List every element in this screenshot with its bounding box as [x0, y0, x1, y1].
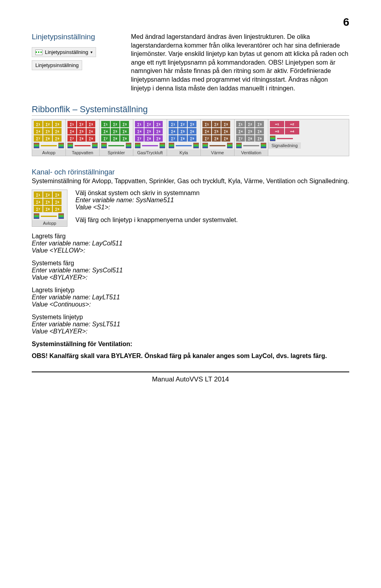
system-slot[interactable]: ∑7 — [101, 135, 110, 142]
system-slot[interactable]: ∑6 — [154, 128, 163, 134]
system-slot[interactable]: ∑7 — [67, 135, 76, 142]
system-slot[interactable]: ∑7 — [135, 135, 144, 142]
system-slot[interactable]: ∞4 — [285, 128, 299, 134]
palette-icon[interactable] — [236, 143, 242, 148]
system-slot[interactable]: ∑5 — [178, 128, 187, 134]
system-slot[interactable]: ∑6 — [53, 199, 62, 205]
system-slot[interactable]: ∞1 — [270, 121, 284, 127]
system-slot[interactable]: ∑1 — [135, 121, 144, 127]
system-slot[interactable]: ∑4 — [236, 128, 245, 134]
system-slot[interactable]: ∑3 — [120, 121, 129, 127]
system-slot[interactable]: ∑9 — [154, 135, 163, 142]
system-slot[interactable]: ∑8 — [43, 206, 52, 212]
system-slot[interactable]: ∑3 — [53, 121, 62, 127]
line-bar-icon[interactable] — [41, 216, 57, 217]
system-slot[interactable]: ∑3 — [154, 121, 163, 127]
line-bar-icon[interactable] — [277, 138, 293, 139]
linetype-button[interactable]: Linjetypsinställning ▾ — [32, 47, 96, 57]
system-slot[interactable]: ∑1 — [236, 121, 245, 127]
system-slot[interactable]: ∑5 — [212, 128, 221, 134]
palette-icon[interactable] — [126, 143, 131, 148]
ribbon-panel-ventilation[interactable]: ∑1∑2∑3∑4∑5∑6∑7∑8∑9Ventilation — [235, 119, 268, 156]
system-slot[interactable]: ∑1 — [169, 121, 177, 127]
ribbon-panel-avlopp[interactable]: ∑1∑2∑3∑4∑5∑6∑7∑8∑9Avlopp — [32, 119, 66, 156]
system-slot[interactable]: ∑4 — [101, 128, 110, 134]
ribbon-panel-sprinkler[interactable]: ∑1∑2∑3∑4∑5∑6∑7∑8∑9Sprinkler — [100, 119, 133, 156]
system-slot[interactable]: ∑6 — [87, 128, 95, 134]
system-slot[interactable]: ∑9 — [53, 206, 62, 212]
system-slot[interactable]: ∑5 — [111, 128, 119, 134]
palette-icon[interactable] — [58, 143, 64, 148]
system-slot[interactable]: ∑7 — [236, 135, 245, 142]
system-slot[interactable]: ∑2 — [212, 121, 221, 127]
system-slot[interactable]: ∑8 — [144, 135, 153, 142]
system-slot[interactable]: ∑3 — [221, 121, 230, 127]
line-bar-icon[interactable] — [142, 145, 158, 146]
mini-panel-avlopp[interactable]: ∑1∑2∑3∑4∑5∑6∑7∑8∑9Avlopp — [32, 190, 67, 227]
system-slot[interactable]: ∑5 — [77, 128, 86, 134]
system-slot[interactable]: ∑4 — [34, 199, 42, 205]
system-slot[interactable]: ∑4 — [67, 128, 76, 134]
system-slot[interactable]: ∞2 — [285, 121, 299, 127]
palette-icon[interactable] — [227, 143, 233, 148]
palette-icon[interactable] — [67, 143, 73, 148]
palette-icon[interactable] — [34, 213, 39, 219]
system-slot[interactable]: ∑8 — [43, 135, 52, 142]
system-slot[interactable]: ∑8 — [111, 135, 119, 142]
system-slot[interactable]: ∑9 — [53, 135, 62, 142]
system-slot[interactable]: ∑5 — [43, 199, 52, 205]
palette-icon[interactable] — [101, 143, 107, 148]
system-slot[interactable]: ∑3 — [188, 121, 196, 127]
system-slot[interactable]: ∑3 — [53, 192, 62, 198]
system-slot[interactable]: ∑4 — [34, 128, 42, 134]
palette-icon[interactable] — [169, 143, 174, 148]
system-slot[interactable]: ∑2 — [144, 121, 153, 127]
system-slot[interactable]: ∑1 — [34, 192, 42, 198]
system-slot[interactable]: ∑2 — [246, 121, 254, 127]
system-slot[interactable]: ∑8 — [77, 135, 86, 142]
system-slot[interactable]: ∞3 — [270, 128, 284, 134]
system-slot[interactable]: ∑2 — [77, 121, 86, 127]
system-slot[interactable]: ∑1 — [202, 121, 211, 127]
line-bar-icon[interactable] — [75, 145, 90, 146]
system-slot[interactable]: ∑8 — [246, 135, 254, 142]
system-slot[interactable]: ∑9 — [255, 135, 264, 142]
system-slot[interactable]: ∑7 — [34, 206, 42, 212]
system-slot[interactable]: ∑1 — [101, 121, 110, 127]
system-slot[interactable]: ∑2 — [111, 121, 119, 127]
palette-icon[interactable] — [58, 213, 64, 219]
palette-icon[interactable] — [261, 143, 266, 148]
system-slot[interactable]: ∑6 — [188, 128, 196, 134]
system-slot[interactable]: ∑6 — [120, 128, 129, 134]
system-slot[interactable]: ∑9 — [120, 135, 129, 142]
system-slot[interactable]: ∑7 — [34, 135, 42, 142]
system-slot[interactable]: ∑9 — [87, 135, 95, 142]
system-slot[interactable]: ∑4 — [202, 128, 211, 134]
system-slot[interactable]: ∑2 — [43, 192, 52, 198]
system-slot[interactable]: ∑2 — [43, 121, 52, 127]
palette-icon[interactable] — [160, 143, 165, 148]
palette-icon[interactable] — [34, 143, 39, 148]
palette-icon[interactable] — [193, 143, 199, 148]
system-slot[interactable]: ∑9 — [188, 135, 196, 142]
ribbon-panel-kyla[interactable]: ∑1∑2∑3∑4∑5∑6∑7∑8∑9Kyla — [167, 119, 201, 156]
system-slot[interactable]: ∑1 — [34, 121, 42, 127]
system-slot[interactable]: ∑8 — [212, 135, 221, 142]
system-slot[interactable]: ∑5 — [43, 128, 52, 134]
system-slot[interactable]: ∑2 — [178, 121, 187, 127]
system-slot[interactable]: ∑3 — [87, 121, 95, 127]
system-slot[interactable]: ∑6 — [255, 128, 264, 134]
ribbon-panel-tappvatten[interactable]: ∑1∑2∑3∑4∑5∑6∑7∑8∑9Tappvatten — [66, 119, 100, 156]
line-bar-icon[interactable] — [243, 145, 259, 146]
system-slot[interactable]: ∑4 — [169, 128, 177, 134]
system-slot[interactable]: ∑3 — [255, 121, 264, 127]
system-slot[interactable]: ∑5 — [144, 128, 153, 134]
line-bar-icon[interactable] — [41, 145, 57, 146]
system-slot[interactable]: ∑8 — [178, 135, 187, 142]
line-bar-icon[interactable] — [210, 145, 225, 146]
ribbon-panel-gastryckluft[interactable]: ∑1∑2∑3∑4∑5∑6∑7∑8∑9Gas/Tryckluft — [133, 119, 167, 156]
ribbon-panel-signalledning[interactable]: ∞1∞2∞3∞4Signalledning — [268, 119, 301, 156]
system-slot[interactable]: ∑4 — [135, 128, 144, 134]
system-slot[interactable]: ∑7 — [169, 135, 177, 142]
system-slot[interactable]: ∑6 — [221, 128, 230, 134]
